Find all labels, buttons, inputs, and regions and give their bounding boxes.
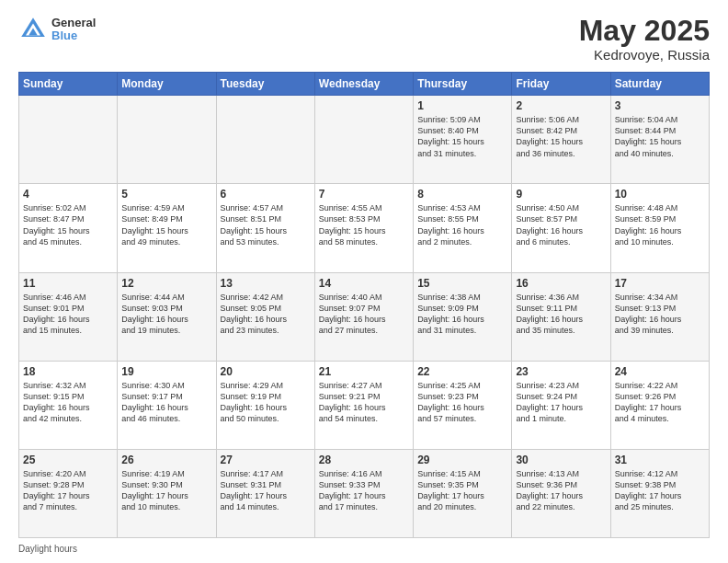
day-number: 16: [516, 277, 606, 290]
day-number: 26: [121, 454, 211, 466]
calendar-cell: 4Sunrise: 5:02 AM Sunset: 8:47 PM Daylig…: [19, 184, 118, 272]
day-number: 28: [319, 454, 409, 466]
day-number: 12: [121, 277, 211, 290]
calendar-cell: 1Sunrise: 5:09 AM Sunset: 8:40 PM Daylig…: [414, 96, 512, 184]
calendar-cell: 8Sunrise: 4:53 AM Sunset: 8:55 PM Daylig…: [414, 184, 512, 272]
calendar-cell: 16Sunrise: 4:36 AM Sunset: 9:11 PM Dayli…: [512, 272, 610, 361]
calendar-cell: 26Sunrise: 4:19 AM Sunset: 9:30 PM Dayli…: [118, 449, 216, 537]
day-content: Sunrise: 5:04 AM Sunset: 8:44 PM Dayligh…: [615, 114, 705, 159]
day-number: 19: [121, 365, 211, 378]
calendar-cell: 13Sunrise: 4:42 AM Sunset: 9:05 PM Dayli…: [216, 272, 314, 361]
calendar-cell: 30Sunrise: 4:13 AM Sunset: 9:36 PM Dayli…: [512, 449, 610, 537]
day-content: Sunrise: 4:29 AM Sunset: 9:19 PM Dayligh…: [221, 380, 311, 425]
day-number: 29: [417, 454, 507, 466]
footer-text: Daylight hours: [18, 544, 77, 554]
day-number: 15: [417, 277, 507, 290]
day-number: 13: [221, 277, 311, 290]
day-content: Sunrise: 4:59 AM Sunset: 8:49 PM Dayligh…: [121, 202, 211, 247]
title-block: May 2025 Kedrovoye, Russia: [579, 15, 710, 63]
day-number: 5: [121, 188, 211, 201]
calendar-cell: 17Sunrise: 4:34 AM Sunset: 9:13 PM Dayli…: [610, 272, 709, 361]
day-number: 1: [417, 99, 507, 112]
day-number: 2: [516, 99, 606, 112]
calendar-cell: [314, 96, 413, 184]
day-number: 24: [615, 365, 705, 378]
calendar-cell: [216, 96, 314, 184]
calendar-cell: [19, 96, 118, 184]
day-number: 21: [319, 365, 409, 378]
col-header-wednesday: Wednesday: [314, 73, 413, 96]
day-content: Sunrise: 4:50 AM Sunset: 8:57 PM Dayligh…: [516, 202, 606, 247]
week-row-0: 1Sunrise: 5:09 AM Sunset: 8:40 PM Daylig…: [19, 96, 710, 184]
day-number: 31: [615, 454, 705, 466]
day-content: Sunrise: 4:17 AM Sunset: 9:31 PM Dayligh…: [221, 468, 311, 513]
day-content: Sunrise: 4:44 AM Sunset: 9:03 PM Dayligh…: [121, 292, 211, 337]
header: General Blue May 2025 Kedrovoye, Russia: [18, 15, 710, 63]
logo: General Blue: [18, 15, 96, 44]
day-number: 25: [23, 454, 113, 466]
day-content: Sunrise: 4:19 AM Sunset: 9:30 PM Dayligh…: [121, 468, 211, 513]
calendar-cell: 3Sunrise: 5:04 AM Sunset: 8:44 PM Daylig…: [610, 96, 709, 184]
day-content: Sunrise: 5:06 AM Sunset: 8:42 PM Dayligh…: [516, 114, 606, 159]
logo-line1: General: [51, 17, 96, 29]
col-header-tuesday: Tuesday: [216, 73, 314, 96]
day-content: Sunrise: 4:16 AM Sunset: 9:33 PM Dayligh…: [319, 468, 409, 513]
calendar-cell: 24Sunrise: 4:22 AM Sunset: 9:26 PM Dayli…: [610, 361, 709, 449]
calendar-cell: 19Sunrise: 4:30 AM Sunset: 9:17 PM Dayli…: [118, 361, 216, 449]
col-header-friday: Friday: [512, 73, 610, 96]
day-number: 30: [516, 454, 606, 466]
week-row-3: 18Sunrise: 4:32 AM Sunset: 9:15 PM Dayli…: [19, 361, 710, 449]
day-content: Sunrise: 4:36 AM Sunset: 9:11 PM Dayligh…: [516, 292, 606, 337]
week-row-4: 25Sunrise: 4:20 AM Sunset: 9:28 PM Dayli…: [19, 449, 710, 537]
col-header-saturday: Saturday: [610, 73, 709, 96]
day-number: 10: [615, 188, 705, 201]
calendar-cell: 20Sunrise: 4:29 AM Sunset: 9:19 PM Dayli…: [216, 361, 314, 449]
calendar-cell: 21Sunrise: 4:27 AM Sunset: 9:21 PM Dayli…: [314, 361, 413, 449]
header-row: SundayMondayTuesdayWednesdayThursdayFrid…: [19, 73, 710, 96]
day-number: 20: [221, 365, 311, 378]
logo-line2: Blue: [51, 29, 96, 42]
day-content: Sunrise: 4:27 AM Sunset: 9:21 PM Dayligh…: [319, 380, 409, 425]
calendar-cell: 25Sunrise: 4:20 AM Sunset: 9:28 PM Dayli…: [19, 449, 118, 537]
day-content: Sunrise: 4:55 AM Sunset: 8:53 PM Dayligh…: [319, 202, 409, 247]
calendar-cell: 15Sunrise: 4:38 AM Sunset: 9:09 PM Dayli…: [414, 272, 512, 361]
day-number: 6: [221, 188, 311, 201]
day-number: 27: [221, 454, 311, 466]
day-number: 22: [417, 365, 507, 378]
calendar-cell: 27Sunrise: 4:17 AM Sunset: 9:31 PM Dayli…: [216, 449, 314, 537]
calendar-cell: 6Sunrise: 4:57 AM Sunset: 8:51 PM Daylig…: [216, 184, 314, 272]
day-number: 8: [417, 188, 507, 201]
day-content: Sunrise: 4:46 AM Sunset: 9:01 PM Dayligh…: [23, 292, 113, 337]
calendar-cell: 22Sunrise: 4:25 AM Sunset: 9:23 PM Dayli…: [414, 361, 512, 449]
day-content: Sunrise: 4:42 AM Sunset: 9:05 PM Dayligh…: [221, 292, 311, 337]
day-content: Sunrise: 4:53 AM Sunset: 8:55 PM Dayligh…: [417, 202, 507, 247]
day-number: 4: [23, 188, 113, 201]
day-content: Sunrise: 4:12 AM Sunset: 9:38 PM Dayligh…: [615, 468, 705, 513]
day-content: Sunrise: 5:09 AM Sunset: 8:40 PM Dayligh…: [417, 114, 507, 159]
calendar-cell: 18Sunrise: 4:32 AM Sunset: 9:15 PM Dayli…: [19, 361, 118, 449]
day-content: Sunrise: 4:57 AM Sunset: 8:51 PM Dayligh…: [221, 202, 311, 247]
day-content: Sunrise: 4:40 AM Sunset: 9:07 PM Dayligh…: [319, 292, 409, 337]
day-content: Sunrise: 4:13 AM Sunset: 9:36 PM Dayligh…: [516, 468, 606, 513]
footer: Daylight hours: [18, 544, 710, 554]
calendar-subtitle: Kedrovoye, Russia: [579, 47, 710, 63]
day-content: Sunrise: 4:23 AM Sunset: 9:24 PM Dayligh…: [516, 380, 606, 425]
calendar-cell: 7Sunrise: 4:55 AM Sunset: 8:53 PM Daylig…: [314, 184, 413, 272]
day-number: 17: [615, 277, 705, 290]
calendar-cell: [118, 96, 216, 184]
day-content: Sunrise: 4:25 AM Sunset: 9:23 PM Dayligh…: [417, 380, 507, 425]
calendar-cell: 23Sunrise: 4:23 AM Sunset: 9:24 PM Dayli…: [512, 361, 610, 449]
calendar-title: May 2025: [579, 15, 710, 47]
col-header-sunday: Sunday: [19, 73, 118, 96]
col-header-thursday: Thursday: [414, 73, 512, 96]
logo-text: General Blue: [51, 17, 96, 43]
calendar-cell: 10Sunrise: 4:48 AM Sunset: 8:59 PM Dayli…: [610, 184, 709, 272]
calendar-cell: 11Sunrise: 4:46 AM Sunset: 9:01 PM Dayli…: [19, 272, 118, 361]
day-content: Sunrise: 4:48 AM Sunset: 8:59 PM Dayligh…: [615, 202, 705, 247]
day-number: 7: [319, 188, 409, 201]
day-content: Sunrise: 4:22 AM Sunset: 9:26 PM Dayligh…: [615, 380, 705, 425]
day-content: Sunrise: 4:32 AM Sunset: 9:15 PM Dayligh…: [23, 380, 113, 425]
day-content: Sunrise: 5:02 AM Sunset: 8:47 PM Dayligh…: [23, 202, 113, 247]
day-content: Sunrise: 4:30 AM Sunset: 9:17 PM Dayligh…: [121, 380, 211, 425]
calendar-cell: 5Sunrise: 4:59 AM Sunset: 8:49 PM Daylig…: [118, 184, 216, 272]
